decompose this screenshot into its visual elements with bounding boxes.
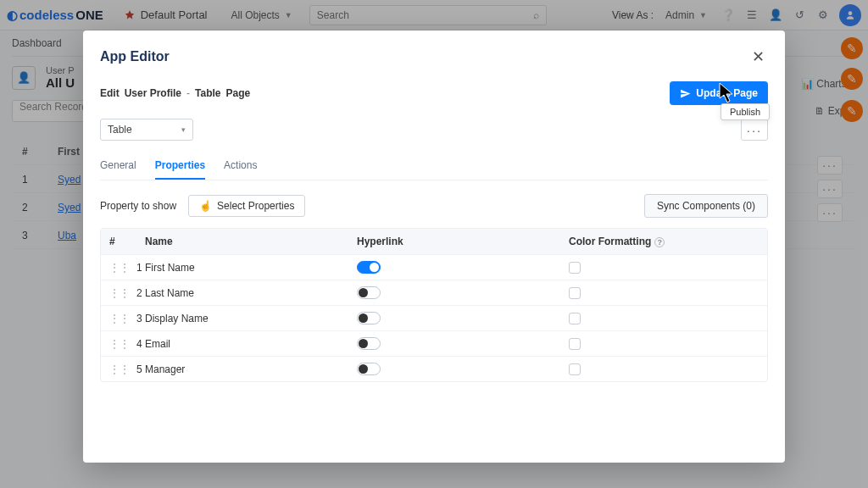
color-formatting-checkbox[interactable] (569, 287, 581, 299)
col-name: Name (136, 229, 348, 254)
chevron-down-icon: ▾ (181, 125, 186, 134)
update-page-button[interactable]: Update Page Publish (670, 81, 768, 105)
sync-components-button[interactable]: Sync Components (0) (644, 194, 768, 218)
publish-tooltip: Publish (721, 103, 770, 120)
select-properties-label: Select Properties (217, 200, 294, 212)
row-name: First Name (136, 256, 348, 280)
publish-icon (680, 88, 691, 99)
col-num: # (101, 229, 136, 254)
breadcrumb: Edit User Profile - Table Page (100, 87, 250, 99)
crumb-sep: - (186, 87, 190, 99)
drag-handle-icon[interactable]: ⋮⋮ (109, 262, 130, 274)
property-to-show-label: Property to show (100, 200, 176, 212)
component-type-select[interactable]: Table ▾ (100, 119, 193, 141)
property-row: ⋮⋮1 First Name (101, 254, 767, 280)
crumb-table: Table (195, 87, 220, 99)
color-formatting-checkbox[interactable] (569, 338, 581, 350)
help-icon[interactable]: ? (654, 237, 665, 247)
hyperlink-toggle[interactable] (357, 363, 381, 375)
row-name: Last Name (136, 281, 348, 305)
select-properties-button[interactable]: ☝ Select Properties (188, 195, 305, 217)
crumb-edit: Edit (100, 87, 120, 99)
tab-general[interactable]: General (100, 159, 136, 180)
property-row: ⋮⋮5 Manager (101, 356, 767, 381)
row-name: Display Name (136, 307, 348, 330)
row-name: Manager (136, 358, 348, 381)
properties-table: # Name Hyperlink Color Formatting? ⋮⋮1 F… (100, 228, 768, 382)
row-name: Email (136, 332, 348, 356)
update-page-label: Update Page (696, 87, 758, 99)
hyperlink-toggle[interactable] (357, 337, 381, 350)
property-row: ⋮⋮3 Display Name (101, 305, 767, 330)
drag-handle-icon[interactable]: ⋮⋮ (109, 313, 130, 324)
pointer-icon: ☝ (199, 200, 212, 212)
col-hyperlink: Hyperlink (348, 229, 560, 254)
color-formatting-checkbox[interactable] (569, 262, 581, 274)
hyperlink-toggle[interactable] (357, 261, 381, 274)
property-row: ⋮⋮4 Email (101, 330, 767, 356)
hyperlink-toggle[interactable] (357, 286, 381, 299)
tab-properties[interactable]: Properties (155, 159, 205, 180)
property-row: ⋮⋮2 Last Name (101, 280, 767, 305)
drag-handle-icon[interactable]: ⋮⋮ (109, 363, 130, 375)
drag-handle-icon[interactable]: ⋮⋮ (109, 287, 130, 299)
modal-title: App Editor (100, 49, 170, 64)
close-icon[interactable]: ✕ (748, 44, 768, 69)
color-formatting-checkbox[interactable] (569, 363, 581, 375)
tab-actions[interactable]: Actions (224, 159, 257, 180)
hyperlink-toggle[interactable] (357, 312, 381, 324)
color-formatting-checkbox[interactable] (569, 313, 581, 324)
editor-tabs: General Properties Actions (100, 159, 768, 180)
more-menu-button[interactable]: ··· (741, 119, 768, 141)
drag-handle-icon[interactable]: ⋮⋮ (109, 338, 130, 350)
crumb-page: Page (225, 87, 250, 99)
select-value: Table (108, 124, 132, 136)
app-editor-modal: App Editor ✕ Edit User Profile - Table P… (83, 30, 785, 463)
crumb-obj: User Profile (125, 87, 181, 99)
col-colorfmt: Color Formatting? (560, 229, 767, 254)
